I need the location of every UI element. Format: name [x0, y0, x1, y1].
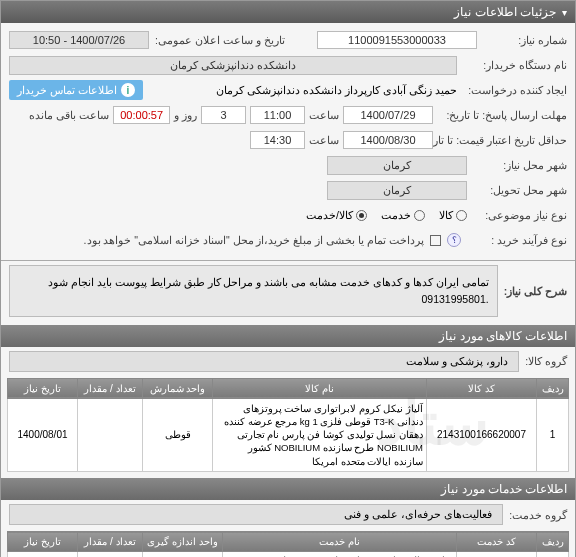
- cell: ر-74-749: [457, 552, 537, 557]
- th: تاریخ نیاز: [8, 378, 78, 398]
- saat-label-1: ساعت: [309, 109, 339, 121]
- desc-label: شرح کلی نیاز:: [504, 285, 567, 297]
- desc-text: تمامی ایران کدها و کدهای خدمت مشابه می ب…: [9, 265, 498, 317]
- deadline-label: مهلت ارسال پاسخ: تا تاریخ:: [437, 109, 567, 121]
- panel-title: جزئیات اطلاعات نیاز: [454, 5, 556, 19]
- cell: سایر فعالیت‌های حرفه‌ای، علمی و فنی طبقه…: [223, 552, 457, 557]
- validity-time: 14:30: [250, 131, 305, 149]
- goods-table-wrap: ستاد ردیف کد کالا نام کالا واحد شمارش تع…: [7, 378, 569, 472]
- announce-label: تاریخ و ساعت اعلان عمومی:: [155, 34, 285, 46]
- need-city-field: کرمان: [327, 156, 467, 175]
- delivery-city-field: کرمان: [327, 181, 467, 200]
- th: نام کالا: [213, 378, 427, 398]
- panel-header: ▾ جزئیات اطلاعات نیاز: [1, 1, 575, 23]
- help-icon[interactable]: ؟: [447, 233, 461, 247]
- process-label: نوع فرآیند خرید :: [467, 234, 567, 246]
- cell: 1: [537, 398, 569, 471]
- services-group-field: فعالیت‌های حرفه‌ای، علمی و فنی: [9, 504, 503, 525]
- radio-dot-icon: [456, 210, 467, 221]
- th: تعداد / مقدار: [78, 532, 143, 552]
- table-row: 1 ر-74-749 سایر فعالیت‌های حرفه‌ای، علمی…: [8, 552, 569, 557]
- radio-khedmat[interactable]: خدمت: [381, 209, 425, 221]
- radio-dot-icon: [414, 210, 425, 221]
- cell: آلیاژ نیکل کروم لابراتواری ساخت پروتزهای…: [213, 398, 427, 471]
- th: کد کالا: [427, 378, 537, 398]
- days-suffix: روز و: [174, 109, 197, 121]
- cell: قوطی: [143, 398, 213, 471]
- desc-row: شرح کلی نیاز: تمامی ایران کدها و کدهای خ…: [1, 261, 575, 321]
- services-section-title: اطلاعات خدمات مورد نیاز: [1, 478, 575, 500]
- th: واحد شمارش: [143, 378, 213, 398]
- pay-note: پرداخت تمام یا بخشی از مبلغ خرید،از محل …: [84, 234, 424, 246]
- cell: 1: [78, 552, 143, 557]
- contact-badge[interactable]: i اطلاعات تماس خریدار: [9, 80, 143, 100]
- goods-table: ردیف کد کالا نام کالا واحد شمارش تعداد /…: [7, 378, 569, 472]
- info-icon: i: [121, 83, 135, 97]
- cell: واحد: [143, 552, 223, 557]
- cell: 1400/08/01: [8, 552, 78, 557]
- announce-field: 1400/07/26 - 10:50: [9, 31, 149, 49]
- th: واحد اندازه گیری: [143, 532, 223, 552]
- main-panel: ▾ جزئیات اطلاعات نیاز شماره نیاز: 110009…: [0, 0, 576, 557]
- checkbox[interactable]: [430, 235, 441, 246]
- validity-date: 1400/08/30: [343, 131, 433, 149]
- cell: 2143100166620007: [427, 398, 537, 471]
- cell: 1: [537, 552, 569, 557]
- goods-group-field: دارو، پزشکی و سلامت: [9, 351, 519, 372]
- services-group-label: گروه خدمت:: [509, 509, 567, 521]
- saat-label-2: ساعت: [309, 134, 339, 146]
- buyer-field: دانشکده دندانپزشکی کرمان: [9, 56, 457, 75]
- buyer-label: نام دستگاه خریدار:: [457, 59, 567, 71]
- th: نام خدمت: [223, 532, 457, 552]
- services-table-wrap: ردیف کد خدمت نام خدمت واحد اندازه گیری ت…: [7, 531, 569, 557]
- cell: [78, 398, 143, 471]
- radio-dot-on-icon: [356, 210, 367, 221]
- th: کد خدمت: [457, 532, 537, 552]
- th: ردیف: [537, 378, 569, 398]
- th: تعداد / مقدار: [78, 378, 143, 398]
- cell: 1400/08/01: [8, 398, 78, 471]
- validity-label: حداقل تاریخ اعتبار قیمت: تا تاریخ:: [437, 134, 567, 146]
- goods-section-title: اطلاعات کالاهای مورد نیاز: [1, 325, 575, 347]
- table-row: 1 2143100166620007 آلیاژ نیکل کروم لابرا…: [8, 398, 569, 471]
- deadline-date: 1400/07/29: [343, 106, 433, 124]
- radio-both[interactable]: کالا/خدمت: [306, 209, 367, 221]
- requester-label: ایجاد کننده درخواست:: [457, 84, 567, 96]
- need-city-label: شهر محل نیاز:: [467, 159, 567, 171]
- radio-kala[interactable]: کالا: [439, 209, 467, 221]
- services-table: ردیف کد خدمت نام خدمت واحد اندازه گیری ت…: [7, 531, 569, 557]
- remain-label: ساعت باقی مانده: [29, 109, 109, 121]
- subject-type-radios: کالا خدمت کالا/خدمت: [306, 209, 467, 221]
- need-no-field: 1100091553000033: [317, 31, 477, 49]
- delivery-city-label: شهر محل تحویل:: [467, 184, 567, 196]
- days-field: 3: [201, 106, 246, 124]
- need-no-label: شماره نیاز:: [477, 34, 567, 46]
- form-area: شماره نیاز: 1100091553000033 تاریخ و ساع…: [1, 23, 575, 260]
- timer-field: 00:00:57: [113, 106, 170, 124]
- th: ردیف: [537, 532, 569, 552]
- goods-group-label: گروه کالا:: [525, 355, 567, 367]
- contact-badge-label: اطلاعات تماس خریدار: [17, 84, 117, 96]
- deadline-time: 11:00: [250, 106, 305, 124]
- chevron-down-icon: ▾: [562, 7, 567, 18]
- subject-type-label: نوع نیاز موضوعی:: [467, 209, 567, 221]
- th: تاریخ نیاز: [8, 532, 78, 552]
- requester-value: حمید زنگی آبادی کارپرداز دانشکده دندانپز…: [143, 84, 457, 96]
